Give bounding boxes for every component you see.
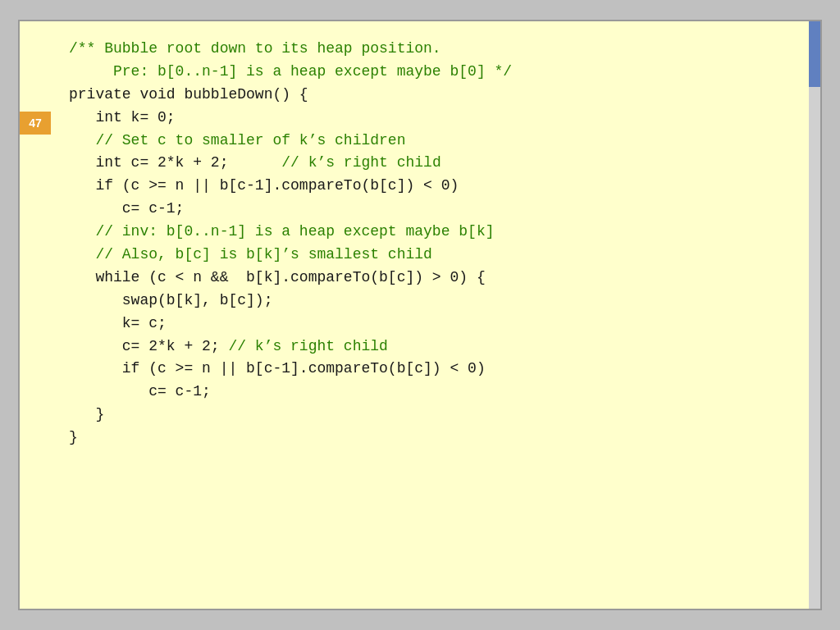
code-line-17: } — [69, 404, 796, 427]
code-line-18: } — [69, 427, 796, 450]
code-line-13: k= c; — [69, 313, 796, 336]
slide-container: 47 /** Bubble root down to its heap posi… — [18, 20, 822, 610]
code-line-12: swap(b[k], b[c]); — [69, 290, 796, 313]
code-line-4: int k= 0; — [69, 107, 796, 130]
code-line-6: int c= 2*k + 2; // k’s right child — [69, 152, 796, 175]
code-line-16: c= c-1; — [69, 381, 796, 404]
code-line-8: c= c-1; — [69, 198, 796, 221]
code-line-2: Pre: b[0..n-1] is a heap except maybe b[… — [69, 61, 796, 84]
code-line-7: if (c >= n || b[c-1].compareTo(b[c]) < 0… — [69, 175, 796, 198]
code-block: /** Bubble root down to its heap positio… — [69, 38, 796, 450]
code-line-14: c= 2*k + 2; // k’s right child — [69, 336, 796, 358]
code-line-5: // Set c to smaller of k’s children — [69, 130, 796, 153]
code-line-11: while (c < n && b[k].compareTo(b[c]) > 0… — [69, 267, 796, 290]
code-line-1: /** Bubble root down to its heap positio… — [69, 38, 796, 61]
scrollbar[interactable] — [809, 21, 820, 609]
code-line-10: // Also, b[c] is b[k]’s smallest child — [69, 244, 796, 267]
scrollbar-thumb[interactable] — [809, 21, 820, 87]
code-line-3: private void bubbleDown() { — [69, 84, 796, 107]
line-number-badge: 47 — [20, 112, 51, 135]
code-line-15: if (c >= n || b[c-1].compareTo(b[c]) < 0… — [69, 358, 796, 381]
code-line-9: // inv: b[0..n-1] is a heap except maybe… — [69, 221, 796, 244]
